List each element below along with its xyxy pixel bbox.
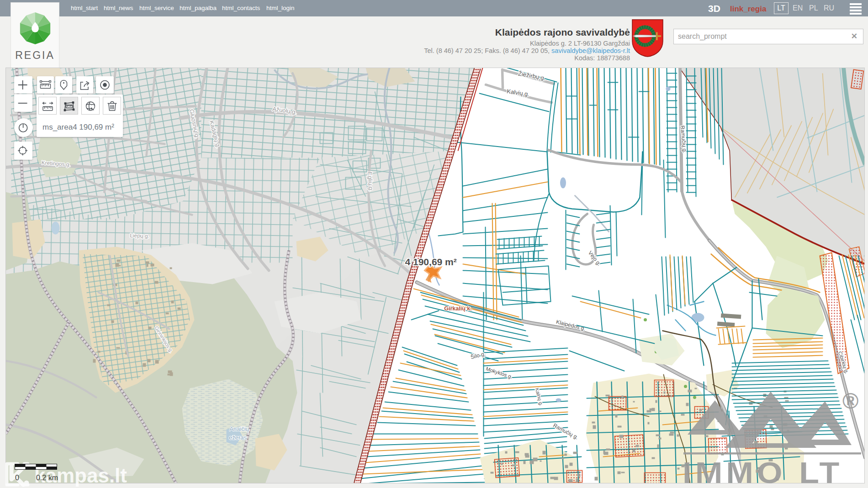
svg-text:ežeras: ežeras xyxy=(229,434,247,441)
svg-text:Liepų g.: Liepų g. xyxy=(130,232,149,239)
svg-text:®: ® xyxy=(842,390,858,413)
svg-text:LT: LT xyxy=(799,457,842,484)
svg-text:Anaičių: Anaičių xyxy=(229,425,249,432)
svg-text:Eglių g.: Eglių g. xyxy=(366,172,375,192)
svg-text:Girkalių k.: Girkalių k. xyxy=(444,305,471,312)
svg-text:4 190,69 m²: 4 190,69 m² xyxy=(405,257,457,267)
svg-text:IMMO: IMMO xyxy=(683,457,786,484)
